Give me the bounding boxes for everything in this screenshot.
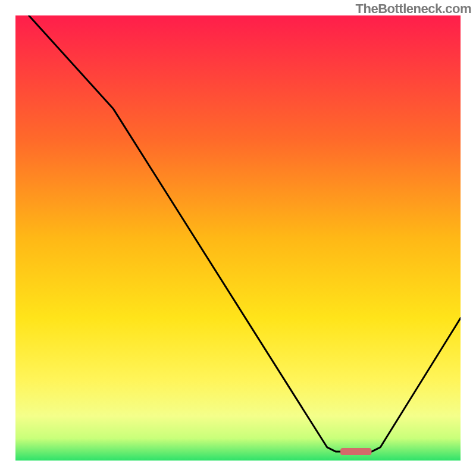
optimum-marker — [340, 448, 371, 455]
attribution-text: TheBottleneck.com — [356, 1, 471, 17]
plot-gradient-background — [15, 15, 461, 461]
bottleneck-chart — [0, 0, 476, 476]
